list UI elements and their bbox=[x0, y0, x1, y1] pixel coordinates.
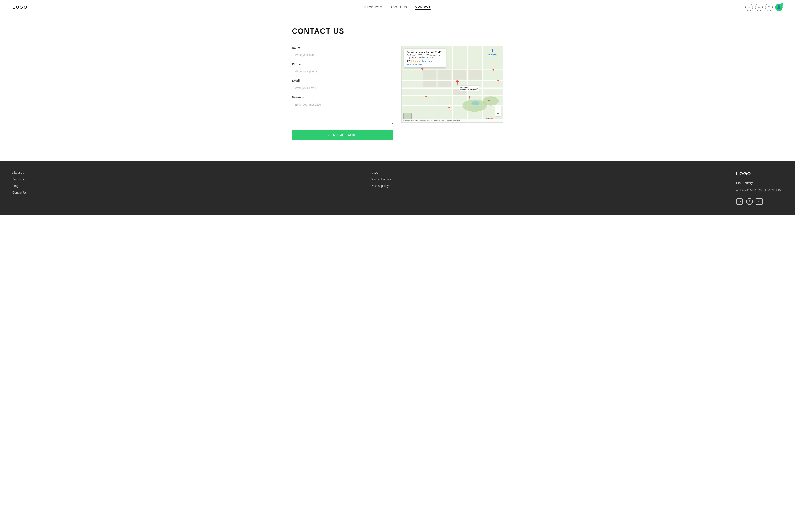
map-place-name: Co-Work Latam-Parque Rodó bbox=[406, 51, 443, 54]
footer-col-2: FAQs Terms of service Privacy policy bbox=[371, 171, 392, 205]
map-rating: 4.7 bbox=[406, 60, 410, 62]
name-group: Name bbox=[292, 46, 393, 59]
footer-link-faqs[interactable]: FAQs bbox=[371, 171, 392, 174]
phone-group: Phone bbox=[292, 62, 393, 76]
map-place-address: Bv. España 2253, 11200 Montevideo, Depar… bbox=[406, 54, 443, 59]
wishlist-icon-button[interactable]: ♡ bbox=[755, 3, 763, 11]
svg-rect-16 bbox=[423, 81, 436, 87]
map-thumbnail bbox=[403, 113, 412, 119]
footer-city: City, Country bbox=[736, 181, 782, 185]
marker-6: 📍 bbox=[447, 107, 451, 110]
name-label: Name bbox=[292, 46, 393, 49]
send-message-button[interactable]: SEND MESSAGE bbox=[292, 130, 393, 140]
facebook-icon: f bbox=[749, 200, 750, 203]
social-icons: IG f in bbox=[736, 198, 782, 205]
search-icon-button[interactable]: ⌕ bbox=[745, 3, 753, 11]
map-data-credit: Map data ©2023 bbox=[420, 120, 432, 122]
map-report[interactable]: Report a map error bbox=[446, 120, 460, 122]
footer-link-about[interactable]: About us bbox=[13, 171, 27, 174]
facebook-icon-button[interactable]: f bbox=[746, 198, 753, 205]
footer-link-terms[interactable]: Terms of service bbox=[371, 177, 392, 181]
map-stars: ★★★★★ bbox=[411, 60, 421, 62]
user-icon: 👤 bbox=[777, 5, 781, 9]
phone-input[interactable] bbox=[292, 67, 393, 76]
map-view-larger[interactable]: View larger map bbox=[406, 63, 443, 65]
zoom-out-button[interactable]: − bbox=[495, 111, 501, 116]
cart-icon-button[interactable]: ⊕ bbox=[765, 3, 773, 11]
directions-icon: ⬆ bbox=[491, 49, 494, 53]
linkedin-icon-button[interactable]: in bbox=[756, 198, 763, 205]
map-rating-row: 4.7 ★★★★★ 17 reviews bbox=[406, 60, 443, 62]
nav-contact[interactable]: CONTACT bbox=[415, 5, 431, 10]
footer-logo: LOGO bbox=[736, 171, 782, 176]
marker-2: 📍 bbox=[424, 96, 428, 99]
email-group: Email bbox=[292, 79, 393, 92]
message-label: Message bbox=[292, 96, 393, 99]
instagram-icon: IG bbox=[738, 200, 741, 203]
heart-icon: ♡ bbox=[758, 5, 760, 9]
logo[interactable]: LOGO bbox=[13, 4, 27, 10]
svg-rect-15 bbox=[438, 70, 451, 80]
directions-label: Directions bbox=[488, 54, 497, 56]
user-icon-button[interactable]: 👤 1 bbox=[775, 3, 782, 11]
cart-icon: ⊕ bbox=[768, 5, 770, 9]
user-badge: 1 bbox=[780, 3, 783, 6]
map-background: Co-Work Latam-Parque Rodó Bv. España 225… bbox=[402, 46, 503, 122]
footer-address: Address 1234 of. 203, +1 404 X11 1X1 bbox=[736, 189, 782, 192]
email-label: Email bbox=[292, 79, 393, 82]
map-pin: 📍 bbox=[454, 80, 460, 86]
map-footer: Keyboard shortcuts Map data ©2023 Terms … bbox=[402, 119, 503, 122]
main-content: CONTACT US Name Phone Email Message SEND… bbox=[284, 15, 511, 160]
nav-about[interactable]: ABOUT US bbox=[391, 5, 407, 9]
footer-link-privacy[interactable]: Privacy policy bbox=[371, 184, 392, 188]
map-keyboard-shortcuts[interactable]: Keyboard shortcuts bbox=[403, 120, 418, 122]
svg-rect-19 bbox=[469, 70, 482, 80]
footer-link-contact[interactable]: Contact Us bbox=[13, 191, 27, 194]
map-pin-label: Co-WorkLatam-Parque Rodó bbox=[459, 86, 479, 91]
message-input[interactable] bbox=[292, 100, 393, 125]
footer-brand: LOGO City, Country Address 1234 of. 203,… bbox=[736, 171, 782, 205]
email-input[interactable] bbox=[292, 83, 393, 92]
message-group: Message bbox=[292, 96, 393, 125]
footer-col-1: About us Products Blog Contact Us bbox=[13, 171, 27, 205]
header-icons: ⌕ ♡ ⊕ 👤 1 bbox=[745, 3, 782, 11]
map-reviews: 17 reviews bbox=[422, 60, 432, 62]
svg-point-13 bbox=[471, 101, 479, 105]
svg-rect-14 bbox=[423, 70, 436, 80]
map-container: Co-Work Latam-Parque Rodó Bv. España 225… bbox=[401, 46, 503, 122]
main-nav: PRODUCTS ABOUT US CONTACT bbox=[364, 5, 431, 10]
footer-link-blog[interactable]: Blog bbox=[13, 184, 27, 188]
footer: About us Products Blog Contact Us FAQs T… bbox=[0, 160, 795, 215]
footer-link-products[interactable]: Products bbox=[13, 177, 27, 181]
svg-rect-18 bbox=[453, 70, 467, 80]
contact-layout: Name Phone Email Message SEND MESSAGE bbox=[292, 46, 503, 140]
zoom-in-button[interactable]: + bbox=[495, 106, 501, 111]
instagram-icon-button[interactable]: IG bbox=[736, 198, 743, 205]
name-input[interactable] bbox=[292, 51, 393, 59]
page-title: CONTACT US bbox=[292, 27, 503, 36]
contact-form: Name Phone Email Message SEND MESSAGE bbox=[292, 46, 393, 140]
map-info-box: Co-Work Latam-Parque Rodó Bv. España 225… bbox=[404, 49, 446, 68]
marker-5: 📍 bbox=[487, 99, 491, 103]
search-icon: ⌕ bbox=[748, 5, 750, 9]
phone-label: Phone bbox=[292, 62, 393, 66]
marker-3: 📍 bbox=[491, 69, 495, 72]
marker-7: 📍 bbox=[468, 96, 472, 99]
linkedin-icon: in bbox=[758, 200, 760, 203]
header: LOGO PRODUCTS ABOUT US CONTACT ⌕ ♡ ⊕ 👤 1 bbox=[0, 0, 795, 15]
svg-rect-17 bbox=[438, 81, 451, 87]
map-directions-button[interactable]: ⬆ Directions bbox=[488, 49, 497, 56]
map-zoom-controls: + − bbox=[495, 106, 501, 116]
map-terms[interactable]: Terms of Use bbox=[434, 120, 444, 122]
marker-4: 📍 bbox=[496, 80, 500, 83]
nav-products[interactable]: PRODUCTS bbox=[364, 5, 382, 9]
marker-1: 📍 bbox=[420, 68, 424, 72]
